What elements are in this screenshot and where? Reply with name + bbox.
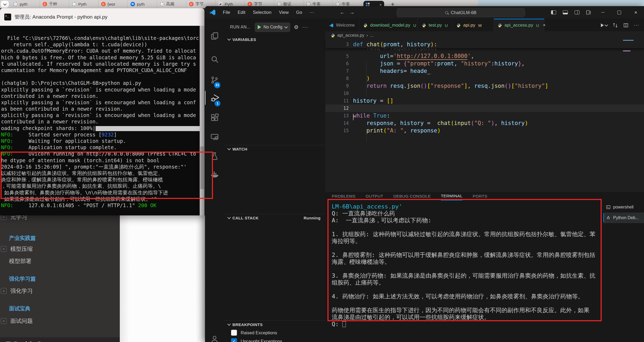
testing-icon[interactable] xyxy=(205,149,224,163)
run-python-file-button[interactable] xyxy=(601,23,608,27)
more-actions-icon[interactable]: ··· xyxy=(302,24,308,30)
breadcrumb-symbol[interactable]: ... xyxy=(370,33,374,38)
editor-tab-test-py[interactable]: test.pyU xyxy=(418,19,453,32)
code-editor[interactable]: api_access.py › ... 3def chat(promt, his… xyxy=(325,32,644,191)
expand-icon[interactable]: + xyxy=(1,215,7,220)
menu-moremoremore[interactable]: ··· xyxy=(306,9,317,16)
line-number: 13 xyxy=(325,112,349,119)
panel-tab-ports[interactable]: PORTS xyxy=(473,192,487,201)
code-line-14[interactable]: 14 response, history = chat(input("Q: ")… xyxy=(325,119,644,127)
toggle-sidebar-icon[interactable] xyxy=(548,6,559,19)
checkbox-unchecked[interactable] xyxy=(231,330,237,336)
account-icon[interactable] xyxy=(205,332,224,342)
terminal-instance-label: Python Deb... xyxy=(613,215,639,220)
expand-icon[interactable]: + xyxy=(1,318,7,324)
expand-icon[interactable]: + xyxy=(1,288,7,294)
code-line-7[interactable]: 7 headers= heade_ xyxy=(325,67,644,75)
terminal-instance-powershell[interactable]: powershell xyxy=(603,202,644,212)
checkbox-checked[interactable]: ✓ xyxy=(231,338,237,342)
maximize-button[interactable] xyxy=(611,6,627,19)
browser-tab[interactable]: Pyth xyxy=(69,0,99,8)
code-line-8[interactable]: 8 ) xyxy=(325,75,644,82)
browser-tab[interactable]: 知pyth xyxy=(128,0,157,8)
line-number: 7 xyxy=(325,67,349,75)
nav-arrows: ← → xyxy=(340,9,355,15)
close-button[interactable]: × xyxy=(627,6,644,19)
code-line-6[interactable]: 6 json = {"prompt":promt, "history":hist… xyxy=(325,60,644,67)
panel-tab-problems[interactable]: PROBLEMS xyxy=(332,192,355,201)
docs-version-flyout[interactable]: v: latest xyxy=(92,341,114,342)
toggle-panel-icon[interactable] xyxy=(559,6,571,19)
editor-tab-welcome[interactable]: Welcome xyxy=(325,19,359,32)
compare-changes-icon[interactable] xyxy=(612,22,618,28)
browser-tab[interactable]: C千种 xyxy=(40,0,69,8)
breakpoint-row[interactable]: Raised Exceptions xyxy=(231,329,277,336)
remote-icon[interactable] xyxy=(205,130,224,144)
customize-layout-icon[interactable] xyxy=(583,6,594,19)
code-line-10[interactable]: 10 xyxy=(325,90,644,97)
sidebar-item[interactable]: +模型压缩 xyxy=(9,245,33,253)
sidebar-item[interactable]: +元学习 xyxy=(9,215,27,221)
close-icon[interactable]: × xyxy=(543,23,545,28)
code-line[interactable]: resq = requests.post( xyxy=(325,48,644,52)
pydebug-icon xyxy=(606,215,611,220)
menu-edit[interactable]: Edit xyxy=(234,9,248,16)
menu-file[interactable]: File xyxy=(220,9,233,16)
tab-search-button[interactable] xyxy=(1,1,9,8)
breadcrumb-file[interactable]: api_access.py xyxy=(337,33,364,38)
sidebar-item[interactable]: 模型部署 xyxy=(9,257,31,265)
terminal-line: xplicitly passing a `revision` is encour… xyxy=(1,99,200,106)
docs-brand[interactable]: Read the Docs xyxy=(14,341,51,342)
editor-tab-api-access-py[interactable]: api_access.pyU× xyxy=(494,19,544,32)
expand-icon[interactable]: + xyxy=(1,246,7,252)
breakpoint-row[interactable]: ✓Uncaught Exceptions xyxy=(231,337,282,342)
browser-tab[interactable]: pyth xyxy=(11,0,40,8)
section-variables[interactable]: VARIABLES xyxy=(224,35,325,43)
code-line-13[interactable]: 13while True: xyxy=(325,112,644,119)
extensions-icon[interactable] xyxy=(205,111,224,124)
code-line-9[interactable]: 9 return resq.json()["response"], resq.j… xyxy=(325,82,644,90)
section-breakpoints[interactable]: BREAKPOINTS xyxy=(224,320,325,328)
terminal-line xyxy=(332,245,603,252)
code-line-15[interactable]: 15 print("A: ", response) xyxy=(325,127,644,134)
forward-button[interactable]: → xyxy=(349,9,355,15)
sidebar-item[interactable]: +面试问题 xyxy=(9,317,33,325)
indent-guide xyxy=(366,128,367,142)
browser-tab[interactable]: 高频 xyxy=(157,0,186,8)
docker-icon[interactable] xyxy=(205,168,224,181)
menu-bar: FileEditSelectionViewGo··· xyxy=(220,9,317,16)
section-call-stack[interactable]: CALL STACK Running xyxy=(224,214,325,222)
gear-icon[interactable]: ⚙ xyxy=(294,24,299,30)
code-line-12[interactable]: 12 xyxy=(325,105,644,112)
editor-tab-download-model-py[interactable]: download_model.pyU xyxy=(359,19,418,32)
terminal-output[interactable]: LM-6B\api_access.py'Q: 一直流鼻涕吃什么药A: 一直流鼻涕… xyxy=(332,203,603,328)
command-center-search[interactable]: ChatGLM-6B xyxy=(397,8,525,17)
terminal-instance-pythondeb[interactable]: Python Deb... xyxy=(603,212,644,223)
menu-go[interactable]: Go xyxy=(293,9,305,16)
menu-selection[interactable]: Selection xyxy=(250,9,275,16)
browser-tab[interactable]: C[wor xyxy=(99,0,128,8)
debug-config-dropdown[interactable]: No Config xyxy=(255,23,290,32)
vscode-logo-icon xyxy=(209,9,216,16)
back-button[interactable]: ← xyxy=(340,9,345,15)
more-actions-icon[interactable]: ··· xyxy=(634,22,639,28)
minimize-button[interactable] xyxy=(594,6,611,19)
code-line-11[interactable]: 11history = [] xyxy=(325,97,644,105)
section-watch[interactable]: WATCH xyxy=(224,145,325,153)
anaconda-scrollbar-thumb[interactable] xyxy=(200,147,204,189)
panel-tab-debug-console[interactable]: DEBUG CONSOLE xyxy=(393,192,430,201)
start-debug-icon[interactable] xyxy=(258,25,261,29)
breadcrumb[interactable]: api_access.py › ... xyxy=(331,33,374,38)
split-editor-icon[interactable] xyxy=(623,22,629,28)
panel-tab-output[interactable]: OUTPUT xyxy=(366,192,383,201)
search-icon[interactable] xyxy=(205,53,224,66)
menu-view[interactable]: View xyxy=(276,9,292,16)
panel-tab-terminal[interactable]: TERMINAL xyxy=(441,192,463,201)
toggle-secondary-sidebar-icon[interactable] xyxy=(571,6,583,19)
code-line-3[interactable]: 3def chat(promt, history): xyxy=(325,41,644,48)
code-line-5[interactable]: 5 url='http://127.0.0.1:8000', xyxy=(325,52,644,60)
editor-tab-api-py[interactable]: api.pyM xyxy=(453,19,494,32)
anaconda-title-bar[interactable]: >_ 管理员: Anaconda Prompt - python api.py xyxy=(0,8,204,26)
sidebar-item[interactable]: +强化学习 xyxy=(9,287,33,295)
explorer-icon[interactable] xyxy=(205,29,224,43)
